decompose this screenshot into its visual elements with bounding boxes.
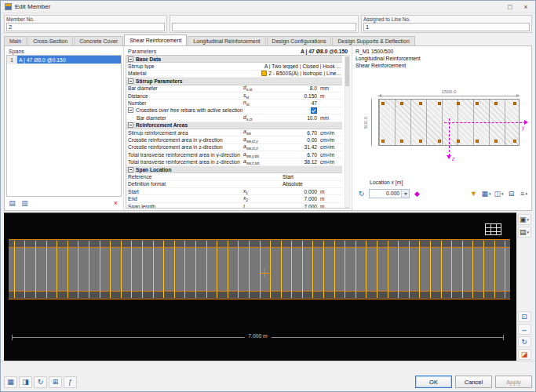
tab-cross-section[interactable]: Cross-Section [27,36,73,45]
member-no-input[interactable] [6,23,165,31]
display-options-icon[interactable]: ▦▾ [480,189,492,199]
stirrup-line [312,241,313,298]
reinforcement-display-icon[interactable]: ◫▾ [493,189,505,199]
param-value-dropdown[interactable]: A | Two legged | Closed | Hook ... [209,64,341,69]
rebar-dot [438,102,441,105]
delete-span-icon[interactable]: × [110,198,122,209]
clipping-plane-icon[interactable]: ◪ [518,349,531,360]
beam-3d[interactable] [9,239,510,299]
location-combo[interactable]: 0.000 [369,189,410,198]
copy-span-icon[interactable]: ▥ [19,198,31,209]
close-icon[interactable]: × [518,2,534,12]
pick-location-icon[interactable]: ◆ [411,189,423,199]
viewport-3d[interactable]: 7.000 m [4,212,518,361]
edit-member-dialog: Edit Member □ × Member No. Assigned to L… [0,0,536,392]
scrollbar-thumb[interactable] [345,56,349,86]
delete-span-icon: × [114,200,118,207]
print-icon[interactable]: ≡▾ [518,189,530,199]
spans-list[interactable]: 1A | 47 Ø8.0 @0.150 [6,55,122,197]
collapse-icon[interactable] [128,167,133,172]
combo-dropdown-icon[interactable] [401,190,409,198]
tab-main[interactable]: Main [4,36,27,45]
param-value-text: 2 - B500S(A) | Isotropic | Line... [268,71,341,76]
collapse-icon[interactable] [128,122,133,128]
rebar-dot [400,102,403,105]
parameters-title: Parameters [128,49,156,54]
param-symbol: sst [243,93,281,100]
rotate-view-icon[interactable]: ↻ [34,376,47,388]
member-name-input[interactable] [172,23,356,31]
param-value[interactable]: 6.70 [281,130,317,136]
param-value[interactable]: 31.42 [281,144,317,150]
param-value[interactable]: 10.0 [281,115,317,121]
param-value[interactable]: 38.12 [281,159,317,165]
collapse-icon[interactable] [128,78,133,84]
display-mode-icon: ▤ [520,229,527,236]
section-width-dimension: 1500.0 [378,89,520,94]
grid-icon[interactable] [485,223,501,235]
tab-concrete-cover[interactable]: Concrete Cover [74,36,123,45]
view-3d-icon[interactable]: ◨ [19,376,32,388]
param-value[interactable]: 7.000 [281,196,317,201]
stirrup-line [174,241,175,298]
tab-design-supports-deflection[interactable]: Design Supports & Deflection [332,36,414,45]
param-value[interactable]: Start [281,174,317,180]
cancel-button[interactable]: Cancel [455,376,492,388]
parameters-scrollbar[interactable] [345,55,350,208]
param-symbol: nst [243,100,281,107]
tab-longitudinal-reinforcement[interactable]: Longitudinal Reinforcement [188,36,265,45]
display-mode-icon[interactable]: ▤▾ [518,227,531,238]
rebar-dot [419,140,422,143]
param-value[interactable] [281,107,317,114]
apply-button[interactable]: Apply [495,376,532,388]
dimension-display-icon: ⊟ [509,191,515,198]
param-value-dropdown[interactable]: 2 - B500S(A) | Isotropic | Line... [209,71,341,76]
location-icons-right: ◆ [411,189,423,199]
ok-button[interactable]: OK [415,376,452,388]
collapse-icon[interactable] [128,107,133,113]
parameters-header: Parameters A | 47 Ø8.0 @0.150 [126,47,350,55]
param-value[interactable]: Absolute [281,181,317,187]
refresh-location-icon: ↻ [359,191,365,198]
display-properties-icon[interactable]: ▦ [4,376,17,388]
new-span-icon[interactable]: ▤ [6,198,18,209]
checkbox-checked-icon[interactable] [311,107,317,114]
param-row-number: Numbernst47 [126,100,342,107]
pan-view-icon[interactable]: ↔ [518,324,531,335]
maximize-icon[interactable]: □ [502,2,518,12]
tab-content: Spans 1A | 47 Ø8.0 @0.150 ▤▥× Parameters… [4,45,532,211]
dimension-display-icon[interactable]: ⊟ [505,189,517,199]
filter-icon[interactable]: ▼ [468,189,479,199]
stirrup-line [462,241,463,298]
span-row[interactable]: 1A | 47 Ø8.0 @0.150 [7,56,121,64]
stirrup-line [153,241,154,298]
collapse-icon[interactable] [128,56,133,62]
param-value[interactable]: 8.0 [281,85,317,91]
param-section-stirrup-parameters[interactable]: Stirrup Parameters [126,78,342,85]
param-row-reference: ReferenceStart [126,173,342,180]
param-section-span-location[interactable]: Span Location [126,166,342,173]
viewport-side-toolbar: ▣▾▤▾ ⊡↔↻◪ [516,212,532,361]
view-selector-icon[interactable]: ▣▾ [518,214,531,225]
param-value[interactable]: 6.70 [281,152,317,158]
rotate-3d-icon[interactable]: ↻ [518,336,531,347]
section-title: Span Location [136,167,171,172]
param-section-base-data[interactable]: Base Data [126,56,342,63]
assigned-line-input[interactable] [363,23,530,31]
zoom-extents-icon[interactable]: ⊡ [518,311,531,322]
param-section-reinforcement-areas[interactable]: Reinforcement Areas [126,122,342,129]
stirrup-line [505,241,505,298]
param-row-stirrup-reinforcement-area: Stirrup reinforcement areaasw6.70cm²/m [126,129,342,136]
tab-design-configurations[interactable]: Design Configurations [267,36,332,45]
param-value[interactable]: 0.150 [281,93,317,99]
tab-shear-reinforcement[interactable]: Shear Reinforcement [124,34,187,45]
dropdown-arrow-icon: ▾ [527,217,530,222]
param-value[interactable]: 7.000 [281,204,317,209]
refresh-location-icon[interactable]: ↻ [356,189,367,199]
param-value[interactable]: 0.00 [281,137,317,143]
param-label: Start [128,189,243,194]
formula-icon[interactable]: ƒ [64,376,77,388]
param-value[interactable]: 0.000 [281,189,317,194]
grid-settings-icon[interactable]: ⊞ [49,376,62,388]
param-value[interactable]: 47 [281,100,317,106]
